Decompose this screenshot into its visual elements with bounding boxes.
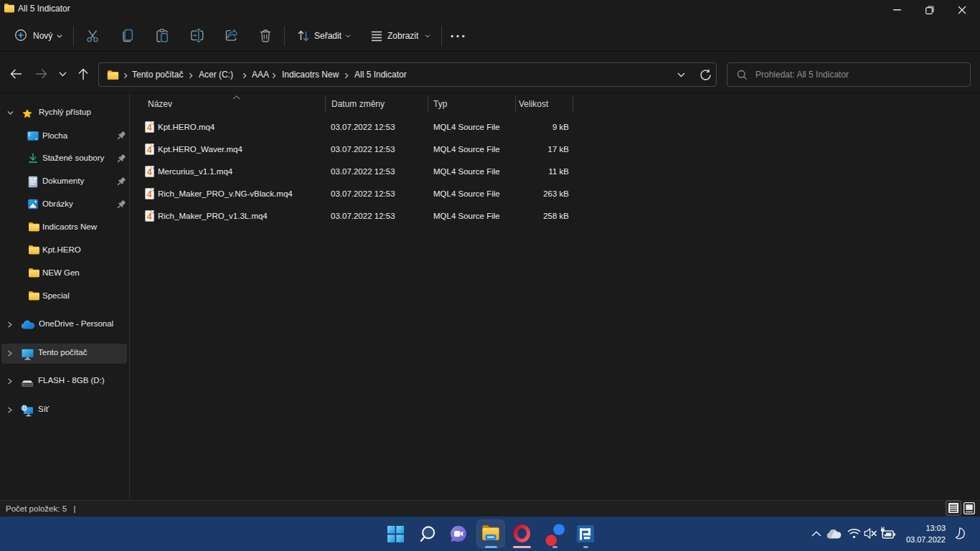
svg-text:4: 4 [147,212,152,222]
svg-text:4: 4 [147,123,152,133]
svg-text:4: 4 [147,167,152,177]
svg-text:4: 4 [147,189,152,199]
svg-text:4: 4 [147,145,152,155]
